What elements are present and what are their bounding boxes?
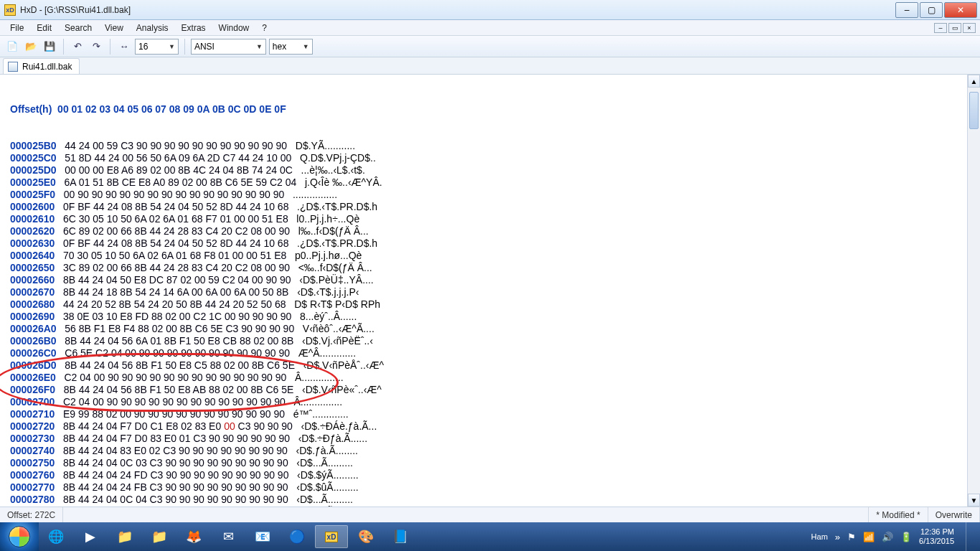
task-hxd[interactable]: xD: [315, 525, 348, 548]
menu-help[interactable]: ?: [256, 22, 273, 34]
hex-row[interactable]: 00002770 8B 44 24 04 24 FB C3 90 90 90 9…: [10, 481, 967, 494]
menu-edit[interactable]: Edit: [31, 22, 57, 34]
tray-user: Ham: [811, 532, 828, 541]
volume-icon[interactable]: 🔊: [882, 532, 893, 542]
hex-row[interactable]: 00002720 8B 44 24 04 F7 D0 C1 E8 02 83 E…: [10, 420, 967, 433]
battery-icon[interactable]: 🔋: [900, 532, 912, 542]
mdi-minimize-button[interactable]: –: [934, 23, 947, 33]
hex-row[interactable]: 00002670 8B 44 24 18 8B 54 24 14 6A 00 6…: [10, 286, 967, 298]
tray-more-icon[interactable]: »: [835, 532, 840, 542]
chevron-down-icon: ▼: [169, 43, 175, 50]
redo-button[interactable]: ↷: [88, 39, 104, 55]
save-button[interactable]: 💾: [42, 39, 57, 55]
status-offset: Offset: 272C: [0, 507, 63, 522]
file-tab[interactable]: Rui41.dll.bak: [3, 58, 80, 74]
hex-editor[interactable]: Offset(h) 00 01 02 03 04 05 06 07 08 09 …: [0, 75, 980, 507]
close-button[interactable]: ✕: [944, 2, 977, 18]
hex-row[interactable]: 000026B0 8B 44 24 04 56 6A 01 8B F1 50 E…: [10, 335, 967, 347]
scroll-up-button[interactable]: ▲: [968, 75, 980, 88]
hex-row[interactable]: 000025D0 00 00 00 E8 A6 89 02 00 8B 4C 2…: [10, 164, 967, 176]
hex-row[interactable]: 00002660 8B 44 24 04 50 E8 DC 87 02 00 5…: [10, 274, 967, 286]
hex-row[interactable]: 00002630 0F BF 44 24 08 8B 54 24 04 50 5…: [10, 237, 967, 250]
hex-row[interactable]: 000026F0 8B 44 24 04 56 8B F1 50 E8 AB 8…: [10, 384, 967, 396]
window-title: HxD - [G:\RSS\Rui41.dll.bak]: [20, 5, 894, 15]
mdi-close-button[interactable]: ×: [963, 23, 976, 33]
hex-row[interactable]: 000026A0 56 8B F1 E8 F4 88 02 00 8B C6 5…: [10, 323, 967, 335]
chevron-down-icon: ▼: [303, 43, 309, 50]
task-explorer-2[interactable]: 📁: [143, 525, 176, 548]
hex-row[interactable]: 00002780 8B 44 24 04 0C 04 C3 90 90 90 9…: [10, 494, 967, 506]
show-desktop-button[interactable]: [966, 522, 973, 551]
hex-row[interactable]: 00002700 C2 04 00 90 90 90 90 90 90 90 9…: [10, 396, 967, 408]
hex-row[interactable]: 00002760 8B 44 24 04 24 FD C3 90 90 90 9…: [10, 469, 967, 481]
new-button[interactable]: 📄: [4, 39, 20, 55]
scroll-thumb[interactable]: [969, 92, 979, 129]
menu-analysis[interactable]: Analysis: [131, 22, 174, 34]
tab-bar: Rui41.dll.bak: [0, 57, 980, 75]
toolbar: 📄 📂 💾 ↶ ↷ ↔ 16▼ ANSI▼ hex▼: [0, 36, 980, 57]
file-tab-label: Rui41.dll.bak: [22, 62, 72, 72]
menu-extras[interactable]: Extras: [176, 22, 212, 34]
statusbar: Offset: 272C * Modified * Overwrite: [0, 507, 980, 522]
hex-header: Offset(h) 00 01 02 03 04 05 06 07 08 09 …: [10, 103, 967, 116]
task-chrome[interactable]: 🔵: [281, 525, 314, 548]
open-button[interactable]: 📂: [23, 39, 39, 55]
network-icon[interactable]: 📶: [863, 532, 875, 542]
document-icon: [8, 62, 18, 72]
task-ie[interactable]: 🌐: [39, 525, 72, 548]
menu-file[interactable]: File: [4, 22, 29, 34]
app-icon: xD: [4, 4, 16, 16]
hex-row[interactable]: 00002650 3C 89 02 00 66 8B 44 24 28 83 C…: [10, 262, 967, 274]
hex-row[interactable]: 00002690 38 0E 03 10 E8 FD 88 02 00 C2 1…: [10, 311, 967, 323]
scroll-down-button[interactable]: ▼: [968, 494, 980, 507]
hex-row[interactable]: 00002740 8B 44 24 04 83 E0 02 C3 90 90 9…: [10, 445, 967, 457]
vertical-scrollbar[interactable]: ▲ ▼: [967, 75, 980, 507]
hex-row[interactable]: 000025C0 51 8D 44 24 00 56 50 6A 09 6A 2…: [10, 152, 967, 164]
titlebar: xD HxD - [G:\RSS\Rui41.dll.bak] – ▢ ✕: [0, 0, 980, 20]
task-mail[interactable]: ✉: [212, 525, 245, 548]
task-word[interactable]: 📘: [384, 525, 417, 548]
chevron-down-icon: ▼: [256, 43, 263, 50]
hex-row[interactable]: 000026D0 8B 44 24 04 56 8B F1 50 E8 C5 8…: [10, 359, 967, 372]
hex-row[interactable]: 000025E0 6A 01 51 8B CE E8 A0 89 02 00 8…: [10, 176, 967, 189]
mdi-restore-button[interactable]: ▭: [948, 23, 961, 33]
hex-row[interactable]: 00002710 E9 99 88 02 00 90 90 90 90 90 9…: [10, 408, 967, 420]
task-media[interactable]: ▶: [74, 525, 107, 548]
undo-button[interactable]: ↶: [70, 39, 85, 55]
goto-button[interactable]: ↔: [116, 39, 132, 55]
menu-search[interactable]: Search: [59, 22, 98, 34]
hex-row[interactable]: 000026C0 C6 5E C2 04 00 90 90 90 90 90 9…: [10, 347, 967, 359]
status-mode: Overwrite: [928, 507, 980, 522]
task-paint[interactable]: 🎨: [349, 525, 382, 548]
hex-row[interactable]: 00002600 0F BF 44 24 08 8B 54 24 04 50 5…: [10, 201, 967, 213]
hex-row[interactable]: 000025B0 44 24 00 59 C3 90 90 90 90 90 9…: [10, 140, 967, 152]
hex-row[interactable]: 000025F0 00 90 90 90 90 90 90 90 90 90 9…: [10, 189, 967, 201]
start-button[interactable]: [0, 522, 39, 551]
menubar: File Edit Search View Analysis Extras Wi…: [0, 20, 980, 36]
menu-window[interactable]: Window: [213, 22, 255, 34]
hex-row[interactable]: 00002790 8B 44 24 04 24 FE C3 90 90 90 9…: [10, 506, 967, 507]
hex-row[interactable]: 00002730 8B 44 24 04 F7 D0 83 E0 01 C3 9…: [10, 433, 967, 445]
hex-row[interactable]: 00002680 44 24 20 52 8B 54 24 20 50 8B 4…: [10, 298, 967, 311]
task-outlook[interactable]: 📧: [246, 525, 279, 548]
system-tray: Ham » ⚑ 📶 🔊 🔋 12:36 PM6/13/2015: [804, 522, 980, 551]
base-combo[interactable]: hex▼: [269, 39, 313, 55]
clock[interactable]: 12:36 PM6/13/2015: [919, 527, 954, 546]
windows-orb-icon: [9, 526, 30, 547]
hex-row[interactable]: 00002620 6C 89 02 00 66 8B 44 24 28 83 C…: [10, 225, 967, 237]
flag-icon[interactable]: ⚑: [847, 532, 856, 542]
hex-row[interactable]: 00002610 6C 30 05 10 50 6A 02 6A 01 68 F…: [10, 213, 967, 225]
taskbar: 🌐 ▶ 📁 📁 🦊 ✉ 📧 🔵 xD 🎨 📘 Ham » ⚑ 📶 🔊 🔋 12:…: [0, 522, 980, 551]
task-firefox[interactable]: 🦊: [177, 525, 210, 548]
bytes-per-row-combo[interactable]: 16▼: [135, 39, 179, 55]
hex-row[interactable]: 00002750 8B 44 24 04 0C 03 C3 90 90 90 9…: [10, 457, 967, 469]
task-explorer[interactable]: 📁: [108, 525, 141, 548]
hex-row[interactable]: 00002640 70 30 05 10 50 6A 02 6A 01 68 F…: [10, 250, 967, 262]
maximize-button[interactable]: ▢: [920, 2, 943, 18]
charset-combo[interactable]: ANSI▼: [191, 39, 266, 55]
minimize-button[interactable]: –: [895, 2, 918, 18]
hex-row[interactable]: 000026E0 C2 04 00 90 90 90 90 90 90 90 9…: [10, 372, 967, 384]
status-modified: * Modified *: [869, 507, 928, 522]
menu-view[interactable]: View: [99, 22, 129, 34]
